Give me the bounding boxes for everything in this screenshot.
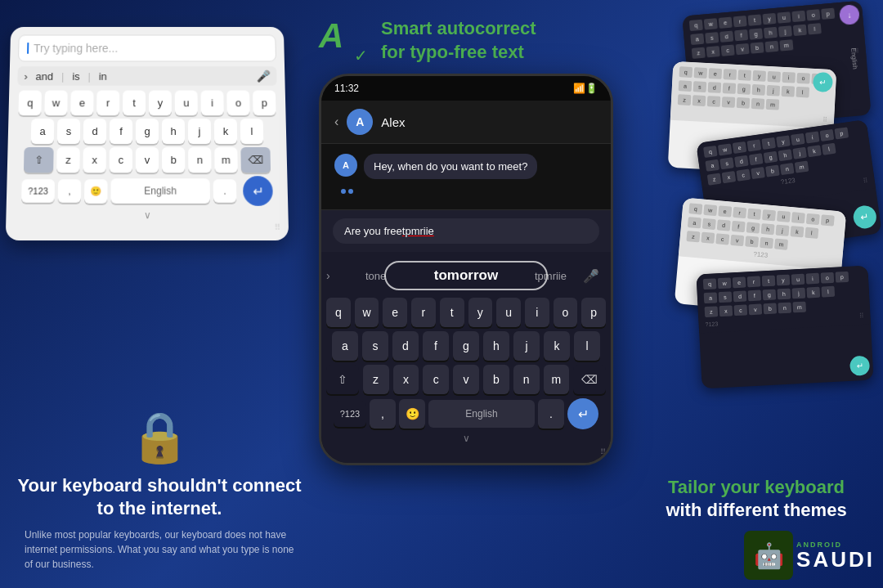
dk-v[interactable]: v <box>453 365 479 394</box>
key-i[interactable]: i <box>201 91 224 116</box>
expand-icon[interactable]: › <box>326 269 330 282</box>
dk-d[interactable]: d <box>392 331 419 361</box>
dk-y[interactable]: y <box>468 298 493 327</box>
key-m[interactable]: m <box>214 147 238 173</box>
key-q[interactable]: q <box>18 91 41 116</box>
key-a[interactable]: a <box>31 119 55 144</box>
key-n[interactable]: n <box>188 147 211 173</box>
shift-key[interactable]: ⇧ <box>24 147 54 173</box>
emoji-key[interactable]: 🙂 <box>84 179 108 204</box>
left-panel: Try typing here... › and | is | in 🎤 q w… <box>0 0 311 588</box>
dk-numbers[interactable]: ?123 <box>334 401 366 427</box>
key-w[interactable]: w <box>44 91 67 116</box>
suggestion-and[interactable]: and <box>36 70 54 83</box>
dk-period[interactable]: . <box>538 399 564 429</box>
key-u[interactable]: u <box>175 91 198 116</box>
mk: p <box>834 127 849 139</box>
key-k[interactable]: k <box>214 119 237 144</box>
chevron-right-icon[interactable]: › <box>24 70 28 83</box>
back-arrow-icon[interactable]: ‹ <box>334 114 338 129</box>
dk-shift[interactable]: ⇧ <box>326 365 359 394</box>
mk: p <box>821 8 835 20</box>
key-f[interactable]: f <box>110 119 132 144</box>
dk-g[interactable]: g <box>453 331 479 361</box>
dk-emoji[interactable]: 🙂 <box>399 399 425 429</box>
teal-btn-5[interactable]: ↵ <box>849 356 870 376</box>
mk: m <box>766 99 780 110</box>
mk: i <box>791 212 805 223</box>
tailor-text: Tailor your keyboard with different them… <box>638 476 875 523</box>
key-t[interactable]: t <box>123 91 146 116</box>
dk-q[interactable]: q <box>326 298 351 327</box>
dk-spacebar[interactable]: English <box>428 400 535 428</box>
key-y[interactable]: y <box>149 91 172 116</box>
mk: d <box>719 31 733 43</box>
dk-o[interactable]: o <box>554 298 578 327</box>
dk-b[interactable]: b <box>483 365 509 394</box>
key-g[interactable]: g <box>136 119 159 144</box>
dk-e[interactable]: e <box>383 298 407 327</box>
dk-m[interactable]: m <box>544 365 570 394</box>
dk-backspace[interactable]: ⌫ <box>573 365 606 394</box>
key-p[interactable]: p <box>253 91 276 116</box>
lock-title: Your keyboard shouldn't connect to the i… <box>16 474 303 521</box>
key-v[interactable]: v <box>136 147 159 173</box>
key-h[interactable]: h <box>162 119 185 144</box>
mk: c <box>715 233 729 245</box>
dk-z[interactable]: z <box>363 365 389 394</box>
dk-n[interactable]: n <box>513 365 540 394</box>
dk-j[interactable]: j <box>513 331 540 361</box>
backspace-key[interactable]: ⌫ <box>240 147 271 173</box>
message-row: A Hey, when do you want to meet? <box>334 154 598 179</box>
dk-a[interactable]: a <box>332 331 358 361</box>
phone-text-input[interactable]: Are you free tpmriie <box>333 218 599 244</box>
mk: l <box>805 227 818 239</box>
right-panel: q w e r t y u i o p a s d f g h <box>638 0 883 588</box>
numbers-key[interactable]: ?123 <box>21 179 55 202</box>
key-d[interactable]: d <box>83 119 106 144</box>
dk-p[interactable]: p <box>581 298 606 327</box>
key-l[interactable]: l <box>240 119 264 144</box>
dk-s[interactable]: s <box>362 331 388 361</box>
dk-u[interactable]: u <box>496 298 521 327</box>
dk-c[interactable]: c <box>423 365 449 394</box>
dk-x[interactable]: x <box>393 365 419 394</box>
dk-r[interactable]: r <box>411 298 436 327</box>
suggestion-is[interactable]: is <box>72 70 79 83</box>
dk-i[interactable]: i <box>525 298 549 327</box>
dk-h[interactable]: h <box>483 331 509 361</box>
mk: w <box>718 143 733 155</box>
key-o[interactable]: o <box>226 91 249 116</box>
enter-key[interactable]: ↵ <box>243 176 273 206</box>
dk-f[interactable]: f <box>423 331 449 361</box>
keyboard-row-3: ⇧ z x c v b n m ⌫ <box>16 147 279 173</box>
key-x[interactable]: x <box>83 147 105 173</box>
key-j[interactable]: j <box>188 119 211 144</box>
teal-enter-button[interactable]: ↵ <box>852 204 878 231</box>
key-e[interactable]: e <box>70 91 93 116</box>
dk-comma[interactable]: , <box>370 399 396 429</box>
key-r[interactable]: r <box>96 91 119 116</box>
comma-key[interactable]: , <box>58 179 82 202</box>
saudi-android-logo: 🤖 ANDROID SAUDI <box>744 531 875 580</box>
key-s[interactable]: s <box>57 119 80 144</box>
period-key[interactable]: . <box>213 179 237 202</box>
mic-icon[interactable]: 🎤 <box>257 70 271 83</box>
key-b[interactable]: b <box>162 147 185 173</box>
key-c[interactable]: c <box>110 147 132 173</box>
dk-k[interactable]: k <box>544 331 570 361</box>
spacebar[interactable]: English <box>110 178 210 204</box>
mk: v <box>722 97 736 108</box>
mk: s <box>719 157 734 169</box>
dk-w[interactable]: w <box>355 298 379 327</box>
mk: n <box>751 98 765 110</box>
dk-t[interactable]: t <box>440 298 464 327</box>
dk-l[interactable]: l <box>574 331 600 361</box>
keyboard-input-field[interactable]: Try typing here... <box>18 35 276 62</box>
key-z[interactable]: z <box>56 147 80 173</box>
suggestion-in[interactable]: in <box>99 70 107 83</box>
dk-enter[interactable]: ↵ <box>567 398 598 429</box>
suggestion-tpmriie[interactable]: tpmriie <box>528 267 573 285</box>
dk-mic-icon[interactable]: 🎤 <box>583 268 599 284</box>
suggestion-tomorrow-highlight[interactable]: tomorrow <box>384 261 548 290</box>
